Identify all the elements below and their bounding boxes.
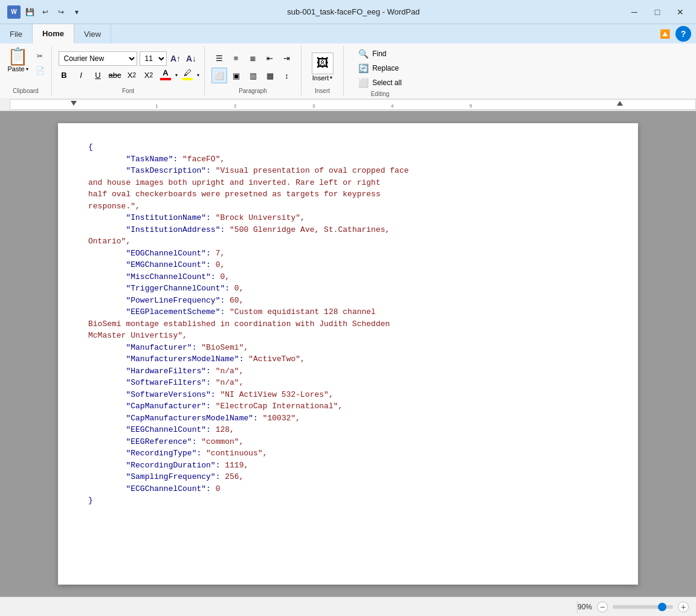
find-icon: 🔍: [358, 49, 369, 59]
paragraph-controls: ☰ ≡ ≣ ⇤ ⇥ ⬜ ▣ ▥ ▦ ↕: [211, 47, 295, 86]
strikethrough-button[interactable]: abc: [108, 68, 122, 82]
clipboard-small-buttons: ✂ 📄: [33, 47, 47, 77]
font-label: Font: [122, 88, 134, 94]
paragraph-group: ☰ ≡ ≣ ⇤ ⇥ ⬜ ▣ ▥ ▦ ↕ Paragraph: [205, 46, 301, 95]
ribbon-nav: 🔼 ?: [654, 24, 696, 43]
highlight-color-button[interactable]: 🖊: [180, 68, 195, 82]
insert-label: Insert: [312, 74, 329, 82]
superscript-button[interactable]: X2: [141, 68, 156, 82]
copy-button[interactable]: 📄: [33, 64, 47, 77]
paste-label: Paste: [7, 65, 24, 72]
font-color-dropdown[interactable]: ▾: [175, 72, 178, 78]
font-row-1: Courier New 11 A↑ A↓: [59, 51, 198, 66]
minimize-button[interactable]: ─: [624, 3, 645, 21]
ribbon-tabs: Home File View 🔼 ?: [0, 24, 696, 43]
font-size-select[interactable]: 11: [140, 51, 167, 66]
editing-controls: 🔍 Find 🔄 Replace ⬜ Select all: [354, 47, 406, 89]
paste-icon: 📋: [7, 48, 28, 65]
undo-quick-button[interactable]: ↩: [39, 5, 52, 19]
clipboard-buttons: 📋 Paste ▾ ✂ 📄: [5, 47, 47, 86]
insert-controls: 🖼 Insert ▾: [308, 47, 337, 86]
font-name-select[interactable]: Courier New: [59, 51, 137, 66]
ruler-inner: 1 2 3 4 5: [10, 99, 696, 110]
close-button[interactable]: ✕: [669, 3, 691, 21]
font-grow-button[interactable]: A↑: [169, 52, 182, 65]
more-quick-button[interactable]: ▾: [70, 5, 83, 19]
select-all-icon: ⬜: [358, 78, 369, 88]
save-quick-button[interactable]: 💾: [23, 5, 36, 19]
clipboard-label: Clipboard: [13, 88, 39, 94]
document-area: { "TaskName": "faceFO", "TaskDescription…: [0, 111, 696, 597]
zoom-plus-button[interactable]: +: [678, 602, 689, 612]
paste-button[interactable]: 📋 Paste ▾: [5, 47, 31, 74]
quick-access-toolbar: W 💾 ↩ ↪ ▾: [5, 5, 83, 19]
find-label: Find: [372, 50, 386, 58]
replace-icon: 🔄: [358, 63, 369, 73]
select-all-label: Select all: [372, 79, 402, 87]
list-bullets-button[interactable]: ☰: [211, 50, 227, 66]
insert-label-group: Insert: [315, 88, 330, 94]
font-row-2: B I U abc X2 X2 A ▾ 🖊 ▾: [57, 68, 199, 82]
cut-button[interactable]: ✂: [33, 50, 47, 63]
line-spacing-button[interactable]: ↕: [279, 68, 295, 83]
list-style-button[interactable]: ≣: [245, 50, 261, 66]
paragraph-label: Paragraph: [239, 88, 267, 94]
font-controls: Courier New 11 A↑ A↓ B I U abc X2 X2: [57, 47, 199, 86]
document-page[interactable]: { "TaskName": "faceFO", "TaskDescription…: [58, 123, 638, 585]
zoom-minus-button[interactable]: −: [597, 602, 608, 612]
app-icon: W: [7, 5, 21, 19]
zoom-slider-thumb[interactable]: [658, 603, 666, 611]
align-right-button[interactable]: ▥: [245, 68, 261, 83]
decrease-indent-button[interactable]: ⇤: [262, 50, 278, 66]
maximize-button[interactable]: □: [646, 3, 668, 21]
replace-button[interactable]: 🔄 Replace: [354, 62, 406, 75]
insert-icon: 🖼: [312, 53, 334, 74]
justify-button[interactable]: ▦: [262, 68, 278, 83]
paste-dropdown-icon: ▾: [26, 66, 28, 72]
underline-button[interactable]: U: [91, 68, 105, 82]
highlight-dropdown[interactable]: ▾: [197, 72, 199, 78]
ribbon-content: 📋 Paste ▾ ✂ 📄 Clipboard Courier New: [0, 43, 696, 98]
increase-indent-button[interactable]: ⇥: [279, 50, 295, 66]
status-bar: 90% − +: [0, 597, 696, 616]
find-button[interactable]: 🔍 Find: [354, 47, 406, 60]
select-all-button[interactable]: ⬜ Select all: [354, 76, 406, 89]
font-shrink-button[interactable]: A↓: [185, 52, 198, 65]
ruler: 1 2 3 4 5: [0, 98, 696, 111]
redo-quick-button[interactable]: ↪: [54, 5, 68, 19]
status-right: 90% − +: [578, 602, 689, 612]
zoom-level: 90%: [578, 603, 592, 611]
insert-dropdown-icon: ▾: [330, 75, 332, 80]
insert-group: 🖼 Insert ▾ Insert: [301, 46, 344, 95]
document-content[interactable]: { "TaskName": "faceFO", "TaskDescription…: [88, 141, 608, 507]
editing-label: Editing: [371, 91, 390, 97]
tab-home[interactable]: Home: [33, 24, 74, 43]
paragraph-row-2: ⬜ ▣ ▥ ▦ ↕: [211, 68, 295, 83]
app-window: W 💾 ↩ ↪ ▾ sub-001_task-faceFO_eeg - Word…: [0, 0, 696, 616]
italic-button[interactable]: I: [74, 68, 88, 82]
font-group: Courier New 11 A↑ A↓ B I U abc X2 X2: [52, 46, 205, 95]
align-center-button[interactable]: ▣: [228, 68, 244, 83]
replace-label: Replace: [372, 64, 399, 72]
tab-view[interactable]: View: [74, 24, 111, 43]
font-color-button[interactable]: A: [158, 68, 173, 82]
subscript-button[interactable]: X2: [124, 68, 139, 82]
align-left-button[interactable]: ⬜: [211, 68, 227, 83]
clipboard-group: 📋 Paste ▾ ✂ 📄 Clipboard: [0, 46, 52, 95]
insert-button[interactable]: 🖼 Insert ▾: [308, 50, 337, 84]
title-bar: W 💾 ↩ ↪ ▾ sub-001_task-faceFO_eeg - Word…: [0, 0, 696, 24]
bold-button[interactable]: B: [57, 68, 71, 82]
window-title: sub-001_task-faceFO_eeg - WordPad: [83, 7, 624, 16]
window-controls: ─ □ ✕: [624, 3, 691, 21]
paragraph-row-1: ☰ ≡ ≣ ⇤ ⇥: [211, 50, 295, 66]
tab-file[interactable]: File: [0, 24, 33, 43]
list-numbers-button[interactable]: ≡: [228, 50, 244, 66]
help-button[interactable]: ?: [675, 26, 691, 42]
ribbon-collapse-button[interactable]: 🔼: [654, 25, 675, 43]
editing-group: 🔍 Find 🔄 Replace ⬜ Select all Editing: [344, 46, 416, 95]
zoom-slider-track[interactable]: [613, 605, 673, 609]
editing-buttons: 🔍 Find 🔄 Replace ⬜ Select all: [354, 47, 406, 89]
